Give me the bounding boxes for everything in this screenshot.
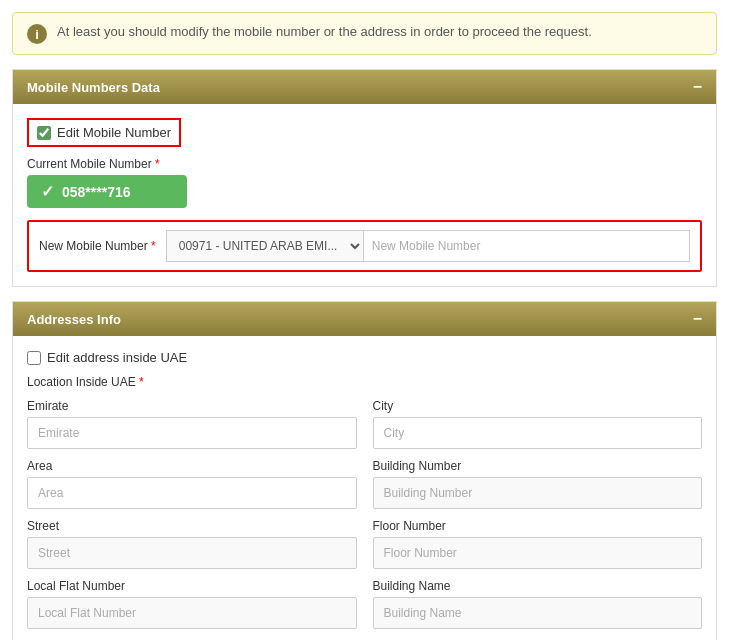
building-name-input[interactable] <box>373 597 703 629</box>
address-collapse-icon[interactable]: − <box>693 311 702 327</box>
edit-address-checkbox[interactable] <box>27 351 41 365</box>
mobile-section-header: Mobile Numbers Data − <box>13 70 716 104</box>
address-form-grid: Emirate City Area Building Number <box>27 399 702 640</box>
area-input[interactable] <box>27 477 357 509</box>
local-flat-input[interactable] <box>27 597 357 629</box>
local-flat-label: Local Flat Number <box>27 579 357 593</box>
emirate-input[interactable] <box>27 417 357 449</box>
address-section-panel: Addresses Info − Edit address inside UAE… <box>12 301 717 640</box>
info-banner-text: At least you should modify the mobile nu… <box>57 23 592 41</box>
current-mobile-value: ✓ 058****716 <box>27 175 187 208</box>
building-number-label: Building Number <box>373 459 703 473</box>
area-label: Area <box>27 459 357 473</box>
new-mobile-input[interactable] <box>364 230 690 262</box>
building-number-input[interactable] <box>373 477 703 509</box>
city-input[interactable] <box>373 417 703 449</box>
emirate-group: Emirate <box>27 399 357 449</box>
city-group: City <box>373 399 703 449</box>
floor-number-label: Floor Number <box>373 519 703 533</box>
addresses-body: Edit address inside UAE Location Inside … <box>13 336 716 640</box>
building-name-group: Building Name <box>373 579 703 629</box>
current-mobile-label: Current Mobile Number * <box>27 157 702 171</box>
city-label: City <box>373 399 703 413</box>
info-icon: i <box>27 24 47 44</box>
edit-address-row: Edit address inside UAE <box>27 350 702 365</box>
address-section-header: Addresses Info − <box>13 302 716 336</box>
new-mobile-label: New Mobile Number * <box>39 239 156 253</box>
mobile-section-body: Edit Mobile Number Current Mobile Number… <box>13 104 716 286</box>
info-banner: i At least you should modify the mobile … <box>12 12 717 55</box>
street-label: Street <box>27 519 357 533</box>
emirate-label: Emirate <box>27 399 357 413</box>
building-number-group: Building Number <box>373 459 703 509</box>
page-wrapper: i At least you should modify the mobile … <box>0 0 729 640</box>
street-group: Street <box>27 519 357 569</box>
check-icon: ✓ <box>41 182 54 201</box>
edit-address-label[interactable]: Edit address inside UAE <box>47 350 187 365</box>
new-mobile-row: New Mobile Number * 00971 - UNITED ARAB … <box>27 220 702 272</box>
mobile-collapse-icon[interactable]: − <box>693 79 702 95</box>
street-input[interactable] <box>27 537 357 569</box>
local-flat-group: Local Flat Number <box>27 579 357 629</box>
mobile-section-title: Mobile Numbers Data <box>27 80 160 95</box>
building-name-label: Building Name <box>373 579 703 593</box>
country-code-select[interactable]: 00971 - UNITED ARAB EMI... <box>166 230 364 262</box>
area-group: Area <box>27 459 357 509</box>
address-section-title: Addresses Info <box>27 312 121 327</box>
edit-mobile-checkbox[interactable] <box>37 126 51 140</box>
edit-mobile-checkbox-row[interactable]: Edit Mobile Number <box>27 118 181 147</box>
mobile-section-panel: Mobile Numbers Data − Edit Mobile Number… <box>12 69 717 287</box>
location-label: Location Inside UAE * <box>27 375 702 389</box>
floor-number-group: Floor Number <box>373 519 703 569</box>
edit-mobile-label: Edit Mobile Number <box>57 125 171 140</box>
floor-number-input[interactable] <box>373 537 703 569</box>
